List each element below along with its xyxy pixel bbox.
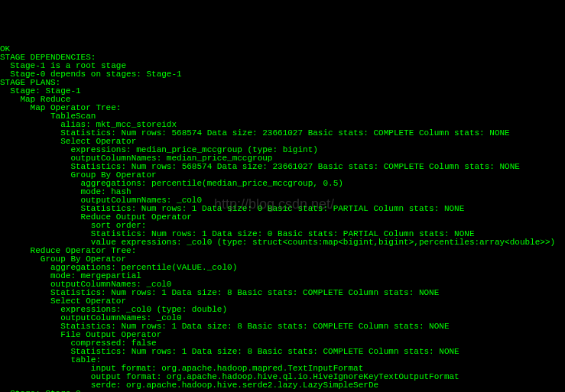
terminal-line: STAGE PLANS: [0, 79, 565, 87]
terminal-line: Stage-0 depends on stages: Stage-1 [0, 70, 565, 79]
terminal-line: Stage: Stage-1 [0, 87, 565, 96]
terminal-line: serde: org.apache.hadoop.hive.serde2.laz… [0, 381, 565, 390]
terminal-output: OKSTAGE DEPENDENCIES: Stage-1 is a root … [0, 45, 565, 392]
